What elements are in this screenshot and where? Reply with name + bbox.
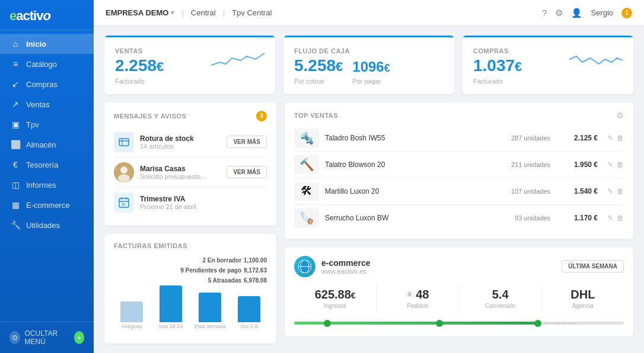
eye-icon: 👁 <box>406 290 413 299</box>
sidebar-item-ventas[interactable]: ↗ Ventas <box>0 94 94 114</box>
sidebar-item-label: E-commerce <box>26 201 70 210</box>
product-image-0: 🔩 <box>294 129 319 147</box>
top-ventas-title: TOP VENTAS <box>294 112 338 119</box>
bar-antiguas: Antiguas <box>114 301 149 329</box>
progress-dot-1 <box>324 320 331 327</box>
ec-agencia-label: Agencia <box>542 303 624 309</box>
ventas-info: VENTAS 2.258€ Facturado <box>115 47 164 85</box>
flujo-info: FLUJO DE CAJA 5.258€ Por cobrar 1096€ <box>294 47 390 85</box>
metrics-row: VENTAS 2.258€ Facturado <box>104 36 633 94</box>
table-row: 🔩 Taladro Bosh IW55 287 unidades 2.125 €… <box>294 125 624 152</box>
stock-ver-mas-button[interactable]: VER MÁS <box>227 136 267 148</box>
flujo-cobrar-value: 5.258€ <box>294 57 343 75</box>
main-area: EMPRESA DEMO ▾ | Central | Tpv Central ?… <box>94 0 644 353</box>
product-name-0: Taladro Bosh IW55 <box>325 134 497 142</box>
product-units-0: 287 unidades <box>503 134 550 142</box>
ecommerce-header: e-commerce www.eactivo.es ÚLTIMA SEMANA <box>294 256 624 277</box>
flujo-card: FLUJO DE CAJA 5.258€ Por cobrar 1096€ <box>283 36 454 94</box>
sidebar-item-compras[interactable]: ↙ Compras <box>0 74 94 94</box>
home-icon: ⌂ <box>11 39 20 49</box>
ec-metric-ingresos: 625.88€ Ingresos <box>294 284 377 313</box>
svg-point-5 <box>118 174 130 182</box>
tesoreria-icon: € <box>11 160 20 169</box>
username[interactable]: Sergio <box>591 8 613 17</box>
edit-icon[interactable]: ✎ <box>607 161 613 169</box>
almacen-icon: ⬜ <box>11 140 20 149</box>
bar-esta-semana: Esta semana <box>192 293 228 329</box>
ec-metric-agencia: DHL Agencia <box>542 284 624 313</box>
sidebar-item-label: Compras <box>26 80 58 89</box>
delete-icon[interactable]: 🗑 <box>617 134 624 142</box>
topbar-link-central[interactable]: Central <box>191 8 216 17</box>
ec-metric-conversion: 5.4 Conversión <box>460 284 542 313</box>
top-ventas-card: TOP VENTAS ⚙ 🔩 Taladro Bosh IW55 287 uni… <box>285 102 633 239</box>
ec-metric-pedidos: 👁 48 Pedidos <box>377 284 459 313</box>
progress-track-container: • • • • • • • • • • • <box>294 321 624 326</box>
add-button[interactable]: + <box>74 331 85 344</box>
company-name[interactable]: EMPRESA DEMO ▾ <box>106 8 174 17</box>
product-price-1: 1.950 € <box>556 161 598 169</box>
sidebar-item-ecommerce[interactable]: ▦ E-commerce <box>0 195 94 215</box>
notification-badge[interactable]: 1 <box>621 8 632 18</box>
ventas-sub: Facturado <box>115 78 164 85</box>
sidebar-item-inicio[interactable]: ⌂ Inicio <box>0 34 94 54</box>
sidebar: eactivo ⌂ Inicio ≡ Catálogo ↙ Compras ↗ … <box>0 0 94 353</box>
mensajes-card: MENSAJES Y AVISOS 3 Rotura de stock 14 a… <box>104 102 276 226</box>
facturas-header: FACTURAS EMITIDAS <box>114 242 267 249</box>
ecommerce-name-area: e-commerce www.eactivo.es <box>321 258 371 275</box>
edit-icon[interactable]: ✎ <box>607 134 613 142</box>
delete-icon[interactable]: 🗑 <box>617 161 624 169</box>
compras-info: COMPRAS 1.037€ Facturado <box>473 47 522 85</box>
sidebar-item-tesoreria[interactable]: € Tesorería <box>0 155 94 175</box>
ecommerce-metrics: 625.88€ Ingresos 👁 48 Pedidos <box>294 284 624 313</box>
product-units-2: 107 unidades <box>503 188 550 195</box>
dropdown-arrow: ▾ <box>171 9 174 17</box>
delete-icon[interactable]: 🗑 <box>617 187 624 195</box>
left-column: MENSAJES Y AVISOS 3 Rotura de stock 14 a… <box>104 102 276 344</box>
settings-icon[interactable]: ⚙ <box>555 8 563 18</box>
logo-accent: e <box>9 8 16 23</box>
progress-dots-area: • • • • • • • • • • • <box>541 322 624 325</box>
catalog-icon: ≡ <box>11 59 20 69</box>
flujo-label: FLUJO DE CAJA <box>294 47 390 54</box>
sidebar-item-label: Utilidades <box>26 221 60 230</box>
product-actions-1: ✎ 🗑 <box>607 161 624 169</box>
bar-oct: Oct 2-8 <box>231 296 267 329</box>
delete-icon[interactable]: 🗑 <box>617 214 624 222</box>
sidebar-item-informes[interactable]: ◫ Informes <box>0 175 94 195</box>
top-ventas-settings-icon[interactable]: ⚙ <box>616 111 624 120</box>
edit-icon[interactable]: ✎ <box>607 214 613 222</box>
week-filter-button[interactable]: ÚLTIMA SEMANA <box>562 260 624 272</box>
message-item-iva: 21 Trimestre IVA Próximo 21 de abril <box>114 188 267 217</box>
sidebar-item-almacen[interactable]: ⬜ Almacén <box>0 134 94 155</box>
mensajes-title: MENSAJES Y AVISOS <box>114 113 186 120</box>
calendar-icon: 21 <box>114 192 134 213</box>
stock-icon <box>114 132 134 152</box>
edit-icon[interactable]: ✎ <box>607 187 613 195</box>
help-icon[interactable]: ? <box>542 8 547 18</box>
product-actions-3: ✎ 🗑 <box>607 214 624 222</box>
mensajes-badge: 3 <box>256 111 267 121</box>
marisa-ver-mas-button[interactable]: VER MÁS <box>227 166 267 178</box>
ecommerce-icon: ▦ <box>11 200 20 210</box>
product-price-3: 1.170 € <box>556 214 598 222</box>
ec-ingresos-value: 625.88€ <box>294 288 376 301</box>
progress-dot-2 <box>436 320 443 327</box>
logo-area: eactivo <box>0 0 94 30</box>
ventas-card: VENTAS 2.258€ Facturado <box>104 36 275 94</box>
topbar-link-tpv[interactable]: Tpv Central <box>232 8 272 17</box>
sidebar-item-label: Catálogo <box>26 60 57 69</box>
hide-menu-icon: ⊙ <box>9 331 20 344</box>
hide-menu-area[interactable]: ⊙ OCULTAR MENÚ + <box>0 322 94 353</box>
bar-chart-area: 2 En borrador1,100.00 9 Pendientes de pa… <box>114 255 267 329</box>
sidebar-item-label: Tpv <box>26 120 39 129</box>
ventas-chart <box>211 47 264 71</box>
ventas-value: 2.258€ <box>115 57 164 75</box>
progress-bar-area: • • • • • • • • • • • <box>294 319 624 328</box>
flujo-cobrar: 5.258€ Por cobrar <box>294 57 343 85</box>
sidebar-item-catalogo[interactable]: ≡ Catálogo <box>0 54 94 74</box>
sidebar-item-utilidades[interactable]: 🔧 Utilidades <box>0 215 94 235</box>
sidebar-item-label: Ventas <box>26 100 50 109</box>
compras-card: COMPRAS 1.037€ Facturado <box>463 36 633 94</box>
sidebar-item-tpv[interactable]: ▣ Tpv <box>0 114 94 134</box>
